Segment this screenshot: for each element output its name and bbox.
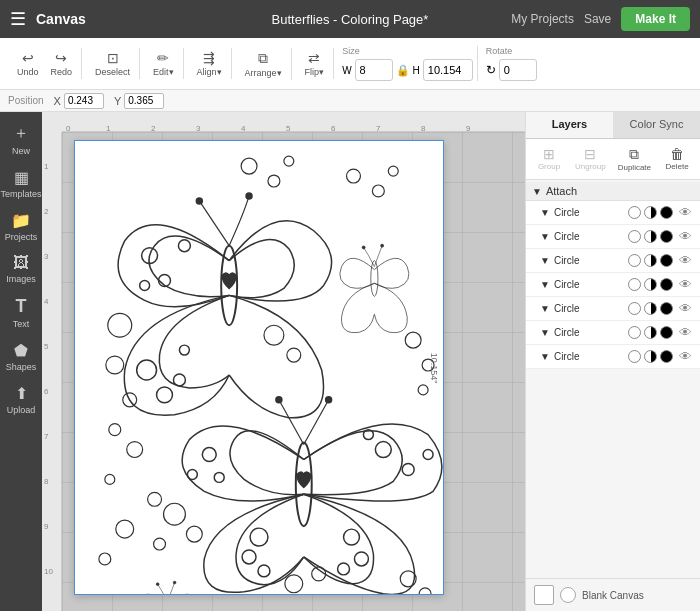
canvas-white-area[interactable]: 10.154": [74, 140, 444, 595]
size-label: Size: [342, 46, 473, 56]
visibility-icon[interactable]: 👁: [679, 325, 692, 340]
attach-label: Attach: [546, 185, 577, 197]
ungroup-button[interactable]: ⊟ Ungroup: [570, 143, 611, 175]
deselect-group: ⊡ Deselect: [86, 48, 140, 79]
upload-icon: ⬆: [15, 384, 28, 403]
list-item[interactable]: ▼ Circle 👁: [526, 321, 700, 345]
svg-point-56: [285, 575, 303, 593]
chevron-down-icon: ▼: [540, 231, 550, 242]
duplicate-button[interactable]: ⧉ Duplicate: [613, 143, 656, 175]
list-item[interactable]: ▼ Circle 👁: [526, 201, 700, 225]
svg-point-17: [423, 450, 433, 460]
align-button[interactable]: ⇶ Align▾: [192, 48, 227, 79]
svg-point-33: [108, 313, 132, 337]
sidebar-item-label: Images: [6, 274, 36, 284]
attach-group-header[interactable]: ▼ Attach: [526, 182, 700, 201]
rotate-input[interactable]: [499, 59, 537, 81]
ruler-tick: 3: [44, 252, 48, 261]
canvas-area[interactable]: 0 1 2 3 4 5 6 7 8 9 1 2 3 4 5 6 7 8 9 10: [42, 112, 525, 611]
main-area: ＋ New ▦ Templates 📁 Projects 🖼 Images T …: [0, 112, 700, 611]
layers-scroll[interactable]: ▼ Attach ▼ Circle 👁 ▼ Circle: [526, 180, 700, 578]
delete-button[interactable]: 🗑 Delete: [658, 143, 696, 175]
chevron-down-icon: ▼: [540, 327, 550, 338]
svg-point-5: [137, 360, 157, 380]
undo-redo-group: ↩ Undo ↪ Redo: [8, 48, 82, 79]
tab-layers[interactable]: Layers: [526, 112, 613, 138]
chevron-down-icon: ▼: [540, 279, 550, 290]
list-item[interactable]: ▼ Circle 👁: [526, 249, 700, 273]
sidebar-item-new[interactable]: ＋ New: [2, 118, 40, 161]
ruler-tick: 10: [44, 567, 53, 576]
arrange-button[interactable]: ⧉ Arrange▾: [240, 48, 287, 80]
flip-button[interactable]: ⇄ Flip▾: [300, 48, 330, 79]
svg-point-23: [326, 397, 332, 403]
x-input[interactable]: [64, 93, 104, 109]
undo-button[interactable]: ↩ Undo: [12, 48, 44, 79]
width-input[interactable]: [355, 59, 393, 81]
svg-point-10: [246, 193, 252, 199]
sidebar-item-images[interactable]: 🖼 Images: [2, 249, 40, 289]
menu-icon[interactable]: ☰: [10, 8, 26, 30]
group-button[interactable]: ⊞ Group: [530, 143, 568, 175]
list-item[interactable]: ▼ Circle 👁: [526, 345, 700, 369]
y-input[interactable]: [124, 93, 164, 109]
list-item[interactable]: ▼ Circle 👁: [526, 273, 700, 297]
make-it-button[interactable]: Make It: [621, 7, 690, 31]
svg-point-37: [127, 442, 143, 458]
svg-point-44: [284, 156, 294, 166]
visibility-icon[interactable]: 👁: [679, 349, 692, 364]
arrange-group: ⧉ Arrange▾: [236, 48, 292, 80]
sidebar-item-upload[interactable]: ⬆ Upload: [2, 379, 40, 420]
canvas-size-label: 10.154": [429, 352, 439, 383]
sidebar-item-label: Templates: [0, 189, 41, 199]
blank-canvas-label: Blank Canvas: [582, 590, 644, 601]
toolbar: ↩ Undo ↪ Redo ⊡ Deselect ✏ Edit▾ ⇶ Align…: [0, 38, 700, 90]
y-position-field: Y: [114, 93, 164, 109]
position-bar: Position X Y: [0, 90, 700, 112]
list-item[interactable]: ▼ Circle 👁: [526, 297, 700, 321]
images-icon: 🖼: [13, 254, 29, 272]
svg-point-38: [105, 474, 115, 484]
svg-point-13: [381, 244, 384, 247]
flip-group: ⇄ Flip▾: [296, 48, 335, 79]
top-bar-right: My Projects Save Make It: [511, 7, 690, 31]
lock-icon[interactable]: 🔒: [396, 64, 410, 77]
visibility-icon[interactable]: 👁: [679, 229, 692, 244]
svg-point-54: [186, 526, 202, 542]
save-button[interactable]: Save: [584, 12, 611, 26]
x-label: X: [54, 95, 61, 107]
svg-point-9: [196, 198, 202, 204]
circle-half: [644, 254, 657, 267]
ruler-tick: 7: [44, 432, 48, 441]
list-item[interactable]: ▼ Circle 👁: [526, 225, 700, 249]
ruler-corner: [42, 112, 62, 132]
tab-color-sync[interactable]: Color Sync: [613, 112, 700, 138]
sidebar-item-shapes[interactable]: ⬟ Shapes: [2, 336, 40, 377]
circle-empty: [628, 254, 641, 267]
svg-point-40: [116, 520, 134, 538]
visibility-icon[interactable]: 👁: [679, 205, 692, 220]
top-bar: ☰ Canvas Butterflies - Coloring Page* My…: [0, 0, 700, 38]
circle-empty: [628, 278, 641, 291]
deselect-button[interactable]: ⊡ Deselect: [90, 48, 135, 79]
svg-point-52: [287, 348, 301, 362]
ruler-tick: 5: [286, 124, 290, 132]
edit-button[interactable]: ✏ Edit▾: [148, 48, 179, 79]
circle-full: [660, 350, 673, 363]
projects-icon: 📁: [11, 211, 31, 230]
redo-button[interactable]: ↪ Redo: [46, 48, 78, 79]
sidebar-item-projects[interactable]: 📁 Projects: [2, 206, 40, 247]
visibility-icon[interactable]: 👁: [679, 253, 692, 268]
height-input[interactable]: [423, 59, 473, 81]
layer-circles: [628, 302, 673, 315]
h-label: H: [413, 65, 420, 76]
sidebar-item-templates[interactable]: ▦ Templates: [2, 163, 40, 204]
sidebar-item-text[interactable]: T Text: [2, 291, 40, 334]
circle-full: [660, 302, 673, 315]
ungroup-icon: ⊟: [584, 146, 596, 162]
new-icon: ＋: [13, 123, 29, 144]
ruler-tick: 9: [466, 124, 470, 132]
visibility-icon[interactable]: 👁: [679, 277, 692, 292]
my-projects-link[interactable]: My Projects: [511, 12, 574, 26]
visibility-icon[interactable]: 👁: [679, 301, 692, 316]
